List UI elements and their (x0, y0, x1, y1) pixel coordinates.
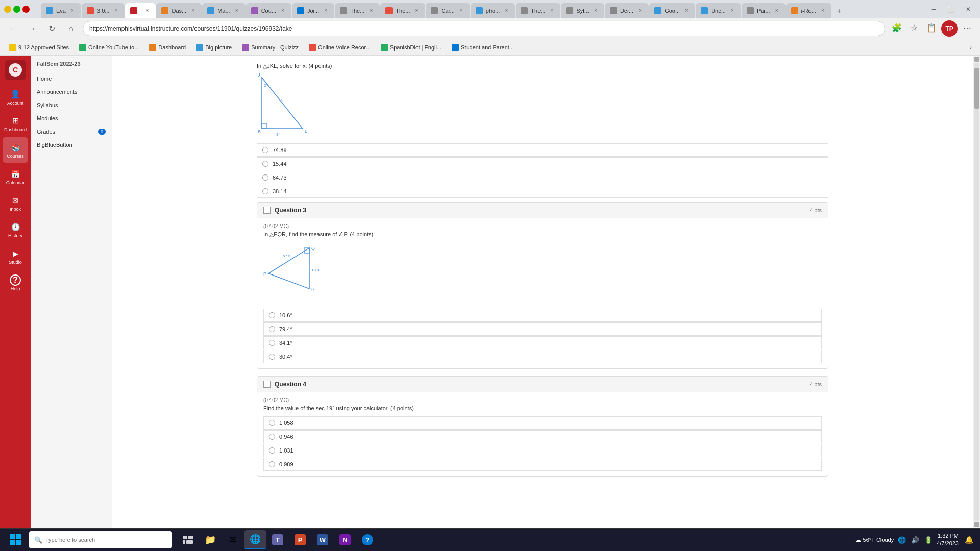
tab-close-icon[interactable]: × (729, 7, 736, 14)
radio-q4-c[interactable] (269, 447, 275, 454)
taskbar-edge[interactable]: 🌐 (244, 530, 266, 549)
course-nav-home[interactable]: Home (31, 72, 112, 85)
sidebar-item-calendar[interactable]: 📅 Calendar (3, 164, 28, 189)
tab-eva[interactable]: Eva × (41, 3, 81, 18)
tab-ma[interactable]: Ma... × (202, 3, 245, 18)
tab-close-icon[interactable]: × (279, 7, 286, 14)
volume-tray-icon[interactable]: 🔊 (910, 535, 920, 545)
answer-q3-a[interactable]: 10.6° (263, 309, 822, 322)
scroll-up-arrow[interactable] (974, 57, 979, 62)
tab-close-icon[interactable]: × (592, 7, 599, 14)
collections-button[interactable]: 📋 (924, 20, 939, 36)
tab-pho[interactable]: pho... × (471, 3, 516, 18)
course-nav-grades[interactable]: Grades 0 (31, 125, 112, 138)
tab-close-icon[interactable]: × (683, 7, 690, 14)
tab-close-icon[interactable]: × (189, 7, 197, 14)
sidebar-item-inbox[interactable]: ✉ Inbox (3, 190, 28, 216)
answer-q4-a[interactable]: 1.058 (263, 416, 822, 430)
tab-close-icon[interactable]: × (112, 7, 119, 14)
answer-q2-c[interactable]: 64.73 (257, 171, 828, 184)
radio-q4-b[interactable] (269, 434, 275, 440)
sidebar-item-courses[interactable]: 📚 Courses (3, 137, 28, 163)
bookmark-youtube[interactable]: Online YouTube to... (75, 41, 143, 54)
tab-das[interactable]: Das... × (156, 3, 202, 18)
taskbar-teams[interactable]: T (267, 530, 288, 549)
radio-q2-d[interactable] (262, 188, 268, 194)
tab-goo[interactable]: Goo... × (649, 3, 695, 18)
tab-the1[interactable]: The... × (335, 3, 380, 18)
radio-q2-c[interactable] (262, 174, 268, 181)
tab-close-icon[interactable]: × (322, 7, 329, 14)
question4-checkbox[interactable] (263, 381, 271, 388)
window-close[interactable]: ✕ (961, 2, 976, 17)
tab-the2[interactable]: The... × (380, 3, 425, 18)
forward-button[interactable]: → (24, 21, 40, 36)
tab-close-icon[interactable]: × (458, 7, 465, 14)
course-nav-syllabus[interactable]: Syllabus (31, 98, 112, 112)
taskbar-help[interactable]: ? (357, 530, 378, 549)
answer-q2-b[interactable]: 15.44 (257, 157, 828, 170)
minimize-button[interactable] (4, 6, 11, 13)
battery-tray-icon[interactable]: 🔋 (923, 535, 934, 545)
tab-der[interactable]: Der... × (605, 3, 649, 18)
scroll-down-arrow[interactable] (974, 522, 979, 527)
notification-button[interactable]: 🔔 (962, 533, 976, 547)
tab-joi[interactable]: Joi... × (292, 3, 334, 18)
address-bar[interactable]: https://memphisvirtual.instructure.com/c… (83, 21, 885, 36)
system-clock[interactable]: 1:32 PM 4/7/2023 (937, 532, 959, 548)
bookmark-approved-sites[interactable]: 9-12 Approved Sites (5, 41, 73, 54)
tab-ire[interactable]: i-Re... × (786, 3, 831, 18)
bookmarks-more[interactable]: › (967, 44, 975, 51)
sidebar-item-studio[interactable]: ▶ Studio (3, 243, 28, 269)
answer-q4-c[interactable]: 1.031 (263, 444, 822, 457)
tab-car[interactable]: Car... × (426, 3, 470, 18)
taskbar-word[interactable]: W (312, 530, 333, 549)
tab-close-icon[interactable]: × (636, 7, 644, 14)
course-nav-bigbluebutton[interactable]: BigBlueButton (31, 138, 112, 152)
tab-close-icon[interactable]: × (233, 7, 240, 14)
tab-3[interactable]: 3.0... × (82, 3, 125, 18)
radio-q3-c[interactable] (269, 340, 275, 346)
sidebar-item-help[interactable]: ? Help (3, 270, 28, 295)
tab-syl[interactable]: Syl... × (561, 3, 604, 18)
tab-close-icon[interactable]: × (503, 7, 510, 14)
answer-q3-b[interactable]: 79.4° (263, 322, 822, 336)
answer-q2-d[interactable]: 38.14 (257, 185, 828, 198)
menu-button[interactable]: ⋯ (960, 20, 975, 36)
answer-q3-d[interactable]: 30.4° (263, 350, 822, 363)
maximize-button[interactable] (13, 6, 20, 13)
tab-the3[interactable]: The... × (516, 3, 560, 18)
back-button[interactable]: ← (5, 21, 20, 36)
taskbar-explorer[interactable]: 📁 (200, 530, 221, 549)
tab-active[interactable]: × (125, 3, 156, 18)
answer-q3-c[interactable]: 34.1° (263, 336, 822, 349)
taskbar-search[interactable]: 🔍 Type here to search (29, 531, 172, 548)
refresh-button[interactable]: ↻ (44, 21, 59, 36)
answer-q2-a[interactable]: 74.89 (257, 143, 828, 157)
radio-q3-b[interactable] (269, 326, 275, 332)
bookmark-spanishdict[interactable]: SpanishDict | Engli... (377, 41, 446, 54)
bookmark-voice-recorder[interactable]: Online Voice Recor... (305, 41, 375, 54)
scrollbar[interactable] (973, 56, 980, 528)
radio-q2-a[interactable] (262, 147, 268, 153)
tab-close-icon[interactable]: × (368, 7, 375, 14)
radio-q2-b[interactable] (262, 161, 268, 167)
tab-close-icon[interactable]: × (548, 7, 555, 14)
start-button[interactable] (4, 530, 27, 549)
bookmark-student-parent[interactable]: Student and Parent... (448, 41, 518, 54)
new-tab-button[interactable]: + (832, 4, 846, 18)
tab-cou[interactable]: Cou... × (246, 3, 291, 18)
bookmark-quizizz[interactable]: Summary - Quizizz (238, 41, 303, 54)
sidebar-item-account[interactable]: 👤 Account (3, 84, 28, 110)
sidebar-item-history[interactable]: 🕐 History (3, 217, 28, 242)
course-nav-announcements[interactable]: Announcements (31, 85, 112, 98)
tab-close-icon[interactable]: × (413, 7, 420, 14)
tab-close-icon[interactable]: × (69, 7, 76, 14)
network-tray-icon[interactable]: 🌐 (897, 535, 907, 545)
answer-q4-b[interactable]: 0.946 (263, 430, 822, 443)
question3-checkbox[interactable] (263, 207, 271, 214)
tab-unc[interactable]: Unc... × (696, 3, 741, 18)
course-nav-modules[interactable]: Modules (31, 112, 112, 125)
favorites-button[interactable]: ☆ (906, 20, 922, 36)
taskbar-onenote[interactable]: N (334, 530, 356, 549)
